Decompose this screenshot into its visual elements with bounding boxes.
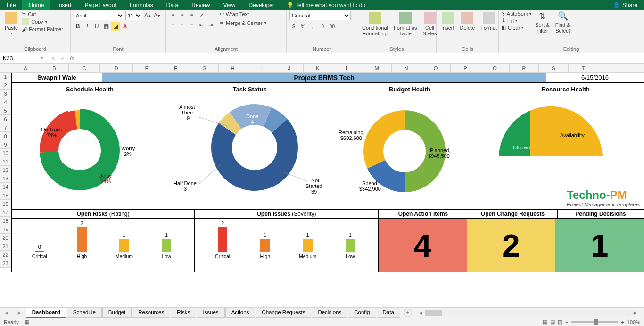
row-header[interactable]: 7 (0, 123, 11, 132)
align-right[interactable]: ≡ (188, 21, 196, 29)
align-top[interactable]: ≡ (169, 11, 177, 19)
col-header[interactable]: Q (480, 64, 510, 72)
dec-decimal-button[interactable]: .00 (327, 22, 336, 31)
budget-health-chart[interactable]: Budget Health Remaining,$602,600 Planned… (332, 83, 488, 209)
row-header[interactable]: 22 (0, 251, 11, 259)
col-header[interactable]: B (40, 64, 69, 72)
row-header[interactable]: 15 (0, 191, 11, 200)
percent-button[interactable]: % (299, 22, 307, 31)
row-header[interactable]: 13 (0, 174, 11, 183)
paste-button[interactable]: Paste▾ (3, 11, 20, 37)
merge-center-button[interactable]: ⬌Merge & Center ▾ (220, 20, 266, 26)
owner-cell[interactable]: Swapnil Wale (12, 73, 102, 82)
tab-view[interactable]: View (217, 0, 242, 10)
conditional-formatting-button[interactable]: Conditional Formatting (360, 11, 390, 37)
row-header[interactable]: 4 (0, 98, 11, 106)
tab-page-layout[interactable]: Page Layout (78, 0, 123, 10)
open-issues-chart[interactable]: 2Critical1High1Medium1Low (195, 219, 379, 272)
row-header[interactable]: 14 (0, 183, 11, 191)
tell-me[interactable]: 💡Tell me what you want to do (281, 2, 371, 8)
border-button[interactable]: ▦ (102, 22, 110, 31)
tab-data[interactable]: Data (160, 0, 185, 10)
row-header[interactable]: 1 (0, 73, 11, 81)
col-header[interactable]: P (451, 64, 480, 72)
align-bottom[interactable]: ≡ (188, 11, 196, 19)
col-header[interactable]: D (100, 64, 133, 72)
sheet-tab[interactable]: Schedule (67, 308, 102, 318)
schedule-health-chart[interactable]: Schedule Health On Track74% (12, 83, 168, 209)
orientation[interactable]: ⤢ (197, 11, 206, 19)
inc-decimal-button[interactable]: .0 (318, 22, 326, 31)
row-header[interactable]: 8 (0, 132, 11, 140)
copy-button[interactable]: Copy▾ (22, 18, 63, 25)
row-header[interactable]: 23 (0, 259, 11, 268)
col-header[interactable]: E (133, 64, 161, 72)
align-center[interactable]: ≡ (178, 21, 187, 29)
tab-home[interactable]: Home (22, 0, 50, 10)
cut-button[interactable]: ✂Cut (22, 11, 63, 17)
row-header[interactable]: 2 (0, 81, 11, 90)
tab-insert[interactable]: Insert (50, 0, 78, 10)
indent-dec[interactable]: ⇤ (197, 21, 206, 29)
col-header[interactable]: R (510, 64, 539, 72)
task-status-chart[interactable]: Task Status Done4 AlmostThere9 NotStarte… (168, 83, 332, 209)
row-header[interactable]: 9 (0, 140, 11, 149)
underline-button[interactable]: U (92, 22, 101, 31)
tab-file[interactable]: File (0, 0, 22, 10)
fill-button[interactable]: ⬇Fill▾ (502, 17, 531, 24)
sheet-tab[interactable]: Budget (102, 308, 132, 318)
select-all-corner[interactable] (0, 64, 11, 72)
col-header[interactable]: H (219, 64, 247, 72)
font-size-select[interactable]: 11 (125, 11, 142, 20)
col-header[interactable]: K (304, 64, 332, 72)
tab-review[interactable]: Review (185, 0, 216, 10)
macro-icon[interactable]: ▦ (25, 319, 29, 325)
bold-button[interactable]: B (74, 22, 82, 31)
row-header[interactable]: 10 (0, 149, 11, 157)
sort-filter-button[interactable]: ⇅Sort & Filter (533, 11, 552, 34)
date-cell[interactable]: 6/15/2016 (546, 73, 644, 82)
fx-icon[interactable]: fx (70, 55, 77, 62)
row-header[interactable]: 12 (0, 166, 11, 174)
col-header[interactable]: J (275, 64, 304, 72)
tab-developer[interactable]: Developer (242, 0, 281, 10)
zoom-slider[interactable] (571, 321, 618, 323)
formula-bar[interactable] (82, 53, 644, 63)
currency-button[interactable]: $ (289, 22, 298, 31)
view-layout-icon[interactable]: ▤ (550, 319, 555, 325)
row-header[interactable]: 17 (0, 208, 11, 217)
enter-icon[interactable]: ✓ (60, 55, 65, 62)
col-header[interactable]: A (11, 64, 40, 72)
row-header[interactable]: 16 (0, 200, 11, 208)
italic-button[interactable]: I (83, 22, 91, 31)
cancel-icon[interactable]: ✕ (51, 55, 56, 62)
row-header[interactable]: 18 (0, 217, 11, 225)
sheet-tab[interactable]: Change Requests (256, 308, 311, 318)
worksheet-grid[interactable]: ABCDEFGHIJKLMNOPQRST 1234567891011121314… (0, 64, 644, 283)
tab-nav-next[interactable]: ► (13, 310, 25, 316)
sheet-tab[interactable]: Dashboard (26, 308, 66, 318)
find-select-button[interactable]: 🔍Find & Select (553, 11, 572, 34)
col-header[interactable]: S (539, 64, 569, 72)
insert-cells-button[interactable]: Insert (439, 11, 456, 32)
project-title-cell[interactable]: Project BRMS Tech (102, 73, 546, 82)
number-format-select[interactable]: General (289, 11, 351, 20)
shrink-font-button[interactable]: A▾ (153, 11, 161, 20)
name-box[interactable]: K23▾ (0, 55, 46, 62)
row-header[interactable]: 20 (0, 234, 11, 242)
col-header[interactable]: T (569, 64, 598, 72)
row-header[interactable]: 21 (0, 242, 11, 251)
view-normal-icon[interactable]: ▦ (543, 319, 547, 325)
col-header[interactable]: O (421, 64, 451, 72)
fill-color-button[interactable]: ◢ (111, 22, 120, 31)
col-header[interactable]: G (190, 64, 219, 72)
row-header[interactable]: 6 (0, 115, 11, 123)
horizontal-scrollbar[interactable]: ◄ ► (417, 310, 639, 316)
row-header[interactable]: 5 (0, 106, 11, 115)
align-left[interactable]: ≡ (169, 21, 177, 29)
comma-button[interactable]: , (308, 22, 317, 31)
tab-nav-prev[interactable]: ◄ (0, 310, 13, 316)
col-header[interactable]: I (247, 64, 275, 72)
sheet-tab[interactable]: Data (377, 308, 400, 318)
row-header[interactable]: 3 (0, 90, 11, 98)
